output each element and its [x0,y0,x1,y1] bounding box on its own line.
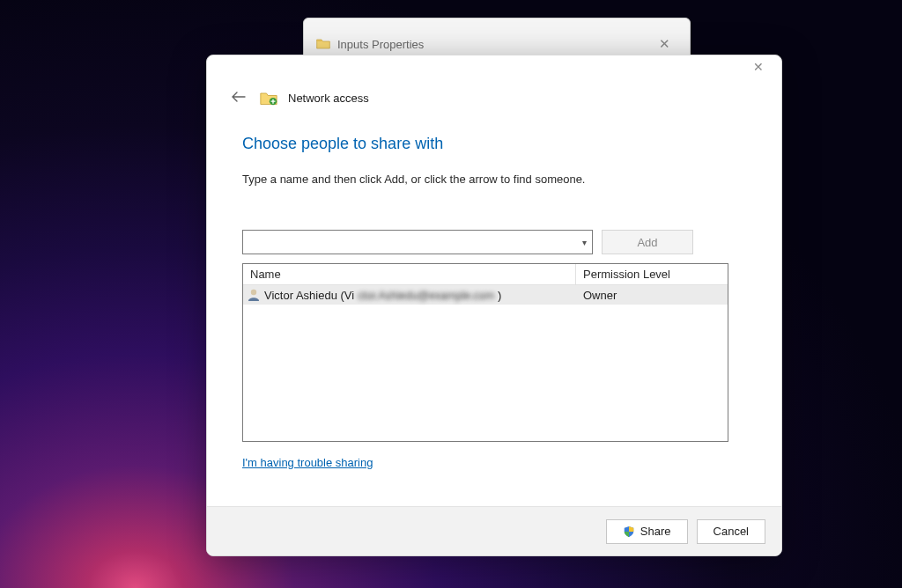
add-person-row: ▾ Add [242,230,746,254]
close-button[interactable]: ✕ [746,56,771,77]
folder-icon [316,37,330,52]
share-button[interactable]: Share [606,519,688,544]
table-header: Name Permission Level [243,264,728,285]
dialog-header: Network access [207,78,781,112]
dialog-body: Choose people to share with Type a name … [207,112,781,506]
page-heading: Choose people to share with [242,135,746,153]
back-button[interactable] [228,87,249,108]
row-name-visible: Victor Ashiedu (Vi [264,289,354,302]
parent-window-title: Inputs Properties [337,38,424,51]
table-row[interactable]: Victor Ashiedu (Victor.Ashiedu@example.c… [243,285,728,305]
cell-permission: Owner [576,289,728,302]
trouble-sharing-link[interactable]: I'm having trouble sharing [242,456,373,469]
person-combobox[interactable]: ▾ [242,230,593,254]
row-name-redacted: ctor.Ashiedu@example.com [358,289,494,302]
person-icon [247,288,261,302]
col-name[interactable]: Name [243,264,576,285]
dialog-title: Network access [288,92,369,105]
row-name-close: ) [498,289,501,302]
titlebar: ✕ [207,55,781,78]
cell-name: Victor Ashiedu (Victor.Ashiedu@example.c… [243,288,576,302]
page-subtext: Type a name and then click Add, or click… [242,173,746,186]
chevron-down-icon[interactable]: ▾ [577,238,587,247]
cancel-button[interactable]: Cancel [697,519,765,544]
parent-close-button[interactable]: ✕ [652,33,677,55]
people-table: Name Permission Level Victor Ashiedu (Vi… [242,263,728,442]
folder-share-icon [260,90,277,106]
network-access-dialog: ✕ Network access Choose people to share … [206,55,782,556]
share-button-label: Share [640,525,671,538]
dialog-footer: Share Cancel [207,506,781,555]
svg-point-1 [251,290,256,295]
add-button[interactable]: Add [602,230,693,254]
person-input[interactable] [248,236,577,249]
shield-icon [623,526,635,538]
col-permission[interactable]: Permission Level [576,264,728,285]
